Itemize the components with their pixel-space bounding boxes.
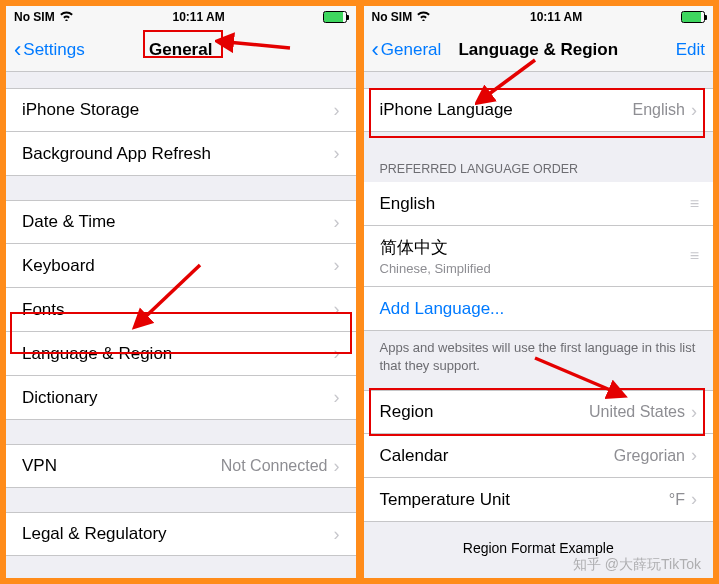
- row-dictionary[interactable]: Dictionary ›: [6, 376, 356, 420]
- drag-handle-icon[interactable]: ≡: [690, 247, 697, 265]
- chevron-right-icon: ›: [691, 489, 697, 510]
- drag-handle-icon[interactable]: ≡: [690, 195, 697, 213]
- page-title: Language & Region: [458, 40, 618, 60]
- row-value: English: [633, 101, 685, 119]
- add-language-label: Add Language...: [380, 299, 698, 319]
- chevron-right-icon: ›: [691, 445, 697, 466]
- carrier-label: No SIM: [14, 10, 55, 24]
- nav-bar: ‹ General Language & Region Edit: [364, 28, 714, 72]
- wifi-icon: [416, 10, 431, 24]
- row-value: Gregorian: [614, 447, 685, 465]
- back-button[interactable]: ‹ General: [372, 39, 442, 61]
- row-vpn[interactable]: VPN Not Connected ›: [6, 444, 356, 488]
- row-iphone-language[interactable]: iPhone Language English ›: [364, 88, 714, 132]
- settings-content[interactable]: iPhone Storage › Background App Refresh …: [6, 72, 356, 578]
- page-title: General: [149, 40, 212, 60]
- chevron-right-icon: ›: [334, 387, 340, 408]
- row-label: Background App Refresh: [22, 144, 328, 164]
- region-example-header: Region Format Example: [364, 522, 714, 560]
- row-label: Date & Time: [22, 212, 328, 232]
- row-label: Legal & Regulatory: [22, 524, 328, 544]
- row-label: Keyboard: [22, 256, 328, 276]
- chevron-right-icon: ›: [334, 212, 340, 233]
- group-header: PREFERRED LANGUAGE ORDER: [364, 156, 714, 182]
- back-label: Settings: [23, 40, 84, 60]
- chevron-right-icon: ›: [334, 100, 340, 121]
- settings-content[interactable]: iPhone Language English › PREFERRED LANG…: [364, 72, 714, 578]
- group-footer: Apps and websites will use the first lan…: [364, 331, 714, 378]
- chevron-right-icon: ›: [691, 402, 697, 423]
- row-fonts[interactable]: Fonts ›: [6, 288, 356, 332]
- chevron-left-icon: ‹: [14, 39, 21, 61]
- back-button[interactable]: ‹ Settings: [14, 39, 85, 61]
- nav-bar: ‹ Settings General: [6, 28, 356, 72]
- row-temperature[interactable]: Temperature Unit °F ›: [364, 478, 714, 522]
- row-value: °F: [669, 491, 685, 509]
- row-label: 简体中文: [380, 236, 682, 259]
- row-label: Temperature Unit: [380, 490, 669, 510]
- row-background-refresh[interactable]: Background App Refresh ›: [6, 132, 356, 176]
- back-label: General: [381, 40, 441, 60]
- phone-left: No SIM 10:11 AM ‹ Settings General iPhon…: [6, 6, 356, 578]
- chevron-right-icon: ›: [691, 100, 697, 121]
- status-time: 10:11 AM: [530, 10, 582, 24]
- status-bar: No SIM 10:11 AM: [6, 6, 356, 28]
- row-add-language[interactable]: Add Language...: [364, 287, 714, 331]
- row-label: Calendar: [380, 446, 614, 466]
- chevron-right-icon: ›: [334, 456, 340, 477]
- row-label: Region: [380, 402, 589, 422]
- row-region[interactable]: Region United States ›: [364, 390, 714, 434]
- row-language-chinese[interactable]: 简体中文 Chinese, Simplified ≡: [364, 226, 714, 287]
- row-iphone-storage[interactable]: iPhone Storage ›: [6, 88, 356, 132]
- wifi-icon: [59, 10, 74, 24]
- row-label: Fonts: [22, 300, 328, 320]
- edit-button[interactable]: Edit: [676, 40, 705, 60]
- row-label: Language & Region: [22, 344, 328, 364]
- row-legal[interactable]: Legal & Regulatory ›: [6, 512, 356, 556]
- chevron-right-icon: ›: [334, 343, 340, 364]
- row-language-english[interactable]: English ≡: [364, 182, 714, 226]
- row-label: iPhone Language: [380, 100, 633, 120]
- row-keyboard[interactable]: Keyboard ›: [6, 244, 356, 288]
- row-language-region[interactable]: Language & Region ›: [6, 332, 356, 376]
- row-label: VPN: [22, 456, 221, 476]
- carrier-label: No SIM: [372, 10, 413, 24]
- chevron-right-icon: ›: [334, 143, 340, 164]
- battery-icon: [681, 11, 705, 23]
- status-bar: No SIM 10:11 AM: [364, 6, 714, 28]
- chevron-left-icon: ‹: [372, 39, 379, 61]
- row-sublabel: Chinese, Simplified: [380, 261, 682, 276]
- battery-icon: [323, 11, 347, 23]
- row-value: Not Connected: [221, 457, 328, 475]
- row-calendar[interactable]: Calendar Gregorian ›: [364, 434, 714, 478]
- row-label: Dictionary: [22, 388, 328, 408]
- phone-right: No SIM 10:11 AM ‹ General Language & Reg…: [364, 6, 714, 578]
- chevron-right-icon: ›: [334, 255, 340, 276]
- chevron-right-icon: ›: [334, 299, 340, 320]
- row-label: iPhone Storage: [22, 100, 328, 120]
- row-value: United States: [589, 403, 685, 421]
- status-time: 10:11 AM: [172, 10, 224, 24]
- chevron-right-icon: ›: [334, 524, 340, 545]
- row-label: English: [380, 194, 682, 214]
- row-date-time[interactable]: Date & Time ›: [6, 200, 356, 244]
